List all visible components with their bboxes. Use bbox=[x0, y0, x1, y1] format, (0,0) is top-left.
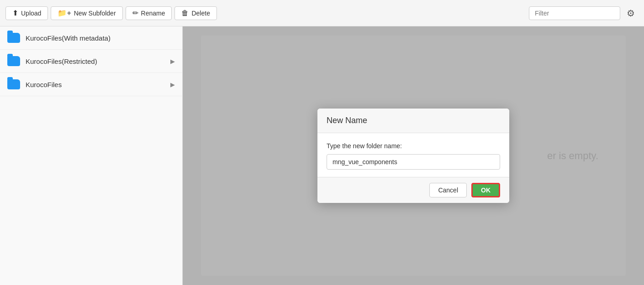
sidebar-item-2[interactable]: KurocoFiles ▶ bbox=[0, 73, 182, 96]
sidebar-item-label-0: KurocoFiles(With metadata) bbox=[26, 34, 175, 42]
folder-icon-2 bbox=[7, 79, 20, 89]
chevron-icon-1: ▶ bbox=[170, 58, 175, 65]
modal-overlay: New Name Type the new folder name: Cance… bbox=[183, 26, 644, 285]
new-subfolder-label: New Subfolder bbox=[74, 10, 116, 17]
settings-button[interactable]: ⚙ bbox=[623, 6, 639, 21]
cancel-button[interactable]: Cancel bbox=[429, 183, 467, 197]
folder-icon-1 bbox=[7, 56, 20, 66]
chevron-icon-2: ▶ bbox=[170, 81, 175, 88]
gear-icon: ⚙ bbox=[627, 8, 635, 18]
main-layout: KurocoFiles(With metadata) KurocoFiles(R… bbox=[0, 26, 644, 285]
delete-label: Delete bbox=[191, 10, 210, 17]
new-subfolder-icon: 📁+ bbox=[58, 10, 71, 17]
dialog-header: New Name bbox=[317, 109, 509, 133]
sidebar-item-label-1: KurocoFiles(Restricted) bbox=[26, 57, 165, 65]
content-area: er is empty. New Name Type the new folde… bbox=[183, 26, 644, 285]
dialog-footer: Cancel OK bbox=[317, 177, 509, 203]
sidebar-item-label-2: KurocoFiles bbox=[26, 81, 165, 88]
dialog-body: Type the new folder name: bbox=[317, 133, 509, 177]
folder-icon-0 bbox=[7, 33, 20, 43]
upload-icon: ⬆ bbox=[12, 10, 18, 17]
dialog-label: Type the new folder name: bbox=[327, 142, 500, 150]
new-subfolder-button[interactable]: 📁+ New Subfolder bbox=[51, 6, 122, 20]
rename-button[interactable]: ✏ Rename bbox=[126, 6, 172, 20]
filter-input[interactable] bbox=[529, 6, 620, 20]
rename-icon: ✏ bbox=[132, 10, 138, 17]
delete-button[interactable]: 🗑 Delete bbox=[174, 6, 216, 20]
rename-dialog: New Name Type the new folder name: Cance… bbox=[317, 109, 509, 203]
sidebar-item-1[interactable]: KurocoFiles(Restricted) ▶ bbox=[0, 50, 182, 73]
sidebar-item-0[interactable]: KurocoFiles(With metadata) bbox=[0, 26, 182, 50]
ok-button[interactable]: OK bbox=[471, 183, 500, 197]
rename-label: Rename bbox=[141, 10, 165, 17]
dialog-title: New Name bbox=[327, 116, 367, 125]
folder-name-input[interactable] bbox=[327, 154, 500, 170]
sidebar: KurocoFiles(With metadata) KurocoFiles(R… bbox=[0, 26, 183, 285]
upload-button[interactable]: ⬆ Upload bbox=[5, 6, 48, 20]
upload-label: Upload bbox=[21, 10, 41, 17]
delete-icon: 🗑 bbox=[181, 10, 189, 17]
toolbar: ⬆ Upload 📁+ New Subfolder ✏ Rename 🗑 Del… bbox=[0, 0, 644, 26]
